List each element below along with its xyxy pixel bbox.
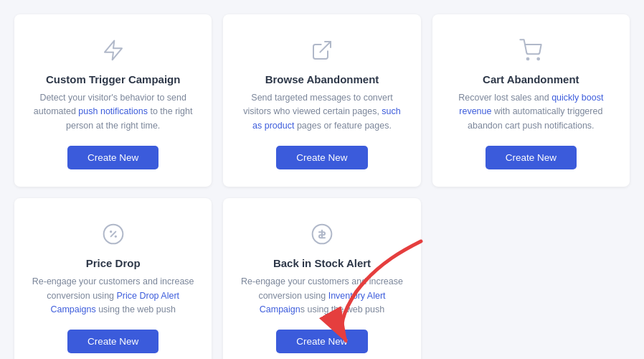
svg-point-2 — [538, 58, 540, 60]
top-row: Custom Trigger Campaign Detect your visi… — [14, 14, 630, 187]
bottom-row: Price Drop Re-engage your customers and … — [14, 198, 630, 359]
empty-card-slot — [432, 198, 630, 359]
card-price-drop: Price Drop Re-engage your customers and … — [14, 198, 212, 359]
create-new-button-price-drop[interactable]: Create New — [67, 330, 158, 353]
card-desc-back-in-stock: Re-engage your customers and increase co… — [237, 275, 406, 317]
create-new-button-custom-trigger[interactable]: Create New — [67, 146, 158, 169]
card-title-custom-trigger: Custom Trigger Campaign — [46, 73, 181, 85]
card-desc-browse-abandonment: Send targeted messages to convert visito… — [237, 91, 406, 133]
card-browse-abandonment: Browse Abandonment Send targeted message… — [223, 14, 420, 187]
card-back-in-stock: Back in Stock Alert Re-engage your custo… — [223, 198, 420, 359]
cart-icon — [515, 34, 546, 66]
card-custom-trigger: Custom Trigger Campaign Detect your visi… — [14, 14, 212, 187]
card-desc-custom-trigger: Detect your visitor's behavior to send a… — [29, 91, 197, 133]
create-new-button-browse-abandonment[interactable]: Create New — [276, 146, 367, 169]
card-title-back-in-stock: Back in Stock Alert — [273, 257, 371, 269]
svg-line-0 — [320, 42, 331, 52]
svg-point-1 — [527, 58, 529, 60]
card-title-cart-abandonment: Cart Abandonment — [483, 73, 579, 85]
card-desc-cart-abandonment: Recover lost sales and quickly boost rev… — [447, 91, 615, 133]
create-new-button-cart-abandonment[interactable]: Create New — [486, 146, 577, 169]
card-desc-price-drop: Re-engage your customers and increase co… — [29, 275, 197, 317]
card-title-price-drop: Price Drop — [86, 257, 141, 269]
bolt-icon — [98, 34, 129, 66]
percent-icon — [98, 218, 129, 250]
svg-point-5 — [110, 231, 111, 232]
dollar-icon — [306, 218, 338, 250]
external-link-icon — [306, 34, 338, 66]
svg-point-6 — [115, 236, 115, 237]
create-new-button-back-in-stock[interactable]: Create New — [276, 330, 367, 353]
card-cart-abandonment: Cart Abandonment Recover lost sales and … — [432, 14, 630, 187]
card-title-browse-abandonment: Browse Abandonment — [265, 73, 379, 85]
